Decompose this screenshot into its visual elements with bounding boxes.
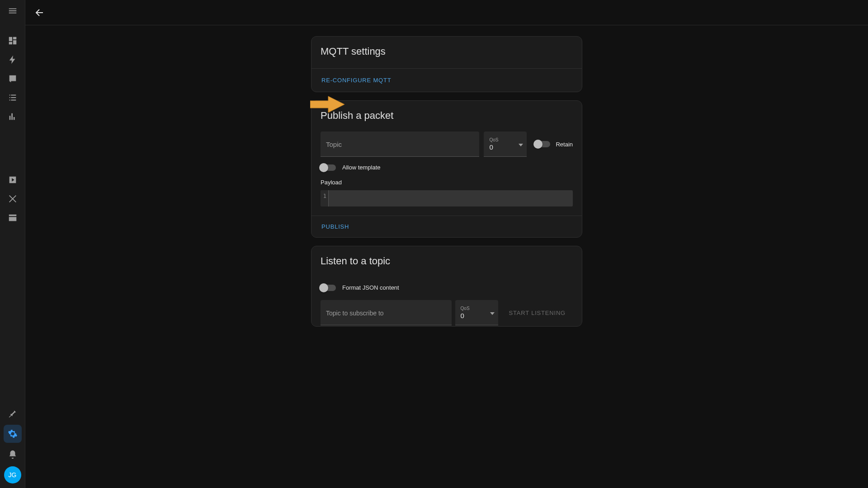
retain-toggle[interactable] [535, 141, 550, 147]
media-icon [8, 175, 18, 185]
sidebar-item-notifications[interactable] [4, 446, 22, 464]
shuffle-icon [8, 194, 18, 204]
sidebar-item-shuffle[interactable] [4, 190, 22, 208]
format-json-toggle[interactable] [321, 285, 336, 291]
sidebar-item-settings[interactable] [4, 425, 22, 443]
dashboard-icon [8, 36, 18, 46]
listen-title: Listen to a topic [321, 255, 573, 267]
retain-label: Retain [556, 141, 573, 148]
sidebar-item-browser[interactable] [4, 209, 22, 227]
gear-icon [8, 429, 18, 439]
subscribe-topic-field[interactable]: Topic to subscribe to [321, 300, 452, 325]
sidebar-item-media[interactable] [4, 171, 22, 189]
payload-input[interactable] [329, 190, 573, 206]
sidebar-item-history[interactable] [4, 108, 22, 126]
sidebar-item-energy[interactable] [4, 51, 22, 69]
listen-qos-select[interactable]: QoS 0 [455, 300, 498, 325]
allow-template-label: Allow template [342, 164, 381, 171]
publish-qos-select[interactable]: QoS 0 [484, 131, 527, 157]
sidebar-item-logbook[interactable] [4, 89, 22, 107]
publish-topic-label: Topic [326, 141, 474, 148]
listen-qos-value: 0 [461, 312, 493, 319]
main-area: MQTT settings Re-configure MQTT Publish … [25, 0, 868, 488]
lightning-icon [8, 55, 18, 65]
reconfigure-mqtt-button[interactable]: Re-configure MQTT [317, 73, 396, 87]
sidebar-item-devtools[interactable] [4, 404, 22, 422]
allow-template-toggle[interactable] [321, 164, 336, 171]
publish-title: Publish a packet [321, 110, 573, 122]
sidebar-item-overview[interactable] [4, 32, 22, 50]
pin-icon [8, 408, 18, 418]
avatar[interactable]: JG [4, 466, 21, 483]
payload-label: Payload [321, 179, 573, 186]
subscribe-topic-label: Topic to subscribe to [326, 310, 446, 317]
list-icon [8, 93, 18, 103]
hamburger-icon [8, 6, 18, 16]
listen-topic-card: Listen to a topic Format JSON content To… [311, 246, 582, 327]
mqtt-settings-title: MQTT settings [321, 46, 573, 57]
start-listening-button[interactable]: Start listening [502, 300, 573, 325]
chart-icon [8, 112, 18, 122]
sidebar: JG [0, 0, 25, 488]
publish-qos-value: 0 [489, 143, 521, 151]
sidebar-item-map[interactable] [4, 70, 22, 88]
listen-qos-label: QoS [461, 306, 493, 311]
bell-icon [8, 450, 18, 460]
topbar [25, 0, 868, 25]
payload-editor[interactable]: 1 [321, 190, 573, 206]
back-button[interactable] [31, 4, 49, 22]
arrow-left-icon [34, 7, 45, 18]
browser-icon [8, 213, 18, 223]
format-json-label: Format JSON content [342, 284, 399, 291]
publish-qos-label: QoS [489, 138, 521, 142]
chevron-down-icon [490, 309, 495, 316]
publish-packet-card: Publish a packet Topic QoS 0 [311, 100, 582, 238]
chevron-down-icon [519, 141, 523, 148]
mqtt-settings-card: MQTT settings Re-configure MQTT [311, 36, 582, 92]
content: MQTT settings Re-configure MQTT Publish … [25, 25, 868, 488]
publish-button[interactable]: Publish [317, 220, 354, 234]
publish-topic-field[interactable]: Topic [321, 131, 479, 157]
contact-icon [8, 74, 18, 84]
menu-button[interactable] [4, 2, 22, 20]
payload-line-number: 1 [321, 190, 329, 206]
